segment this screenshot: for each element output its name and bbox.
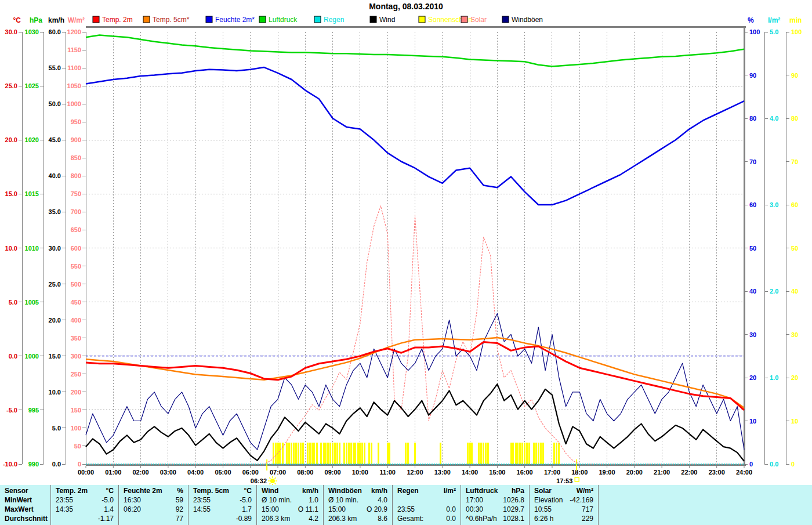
axis-tick-label: 350	[71, 335, 81, 342]
axis-tick-label: 60.0	[49, 28, 61, 35]
grid-lines	[86, 32, 744, 464]
axis-left-kmh: km/h60.055.050.045.040.035.030.025.020.0…	[48, 16, 66, 468]
stats-group-temp-2m: Temp. 2m°C23:55-5.014:351.4-1.17	[51, 485, 119, 525]
stats-group-name: Luftdruck	[461, 486, 498, 495]
axis-tick-label: 2.0	[770, 288, 778, 295]
x-tick-label: 04:00	[187, 469, 204, 476]
stats-group-name: Regen	[393, 486, 419, 495]
stats-windboeen-durchschnitt: 206.3 km8.6	[324, 514, 392, 523]
x-tick-label: 09:00	[325, 469, 341, 476]
axis-right-minutes: min1009080706050403020100	[786, 16, 802, 468]
stats-group-name: Solar	[530, 486, 552, 495]
stats-group-temp-5cm: Temp. 5cm°C23:55-5.014:551.7-0.89	[188, 485, 257, 525]
stats-cell-value: 77	[176, 514, 188, 523]
x-tick-label: 17:00	[544, 469, 560, 476]
axis-tick-label: 600	[71, 245, 81, 252]
axis-tick-label: 5.0	[9, 299, 17, 306]
stats-row-header: MinWert	[0, 495, 50, 505]
stats-group-unit: °C	[106, 486, 118, 495]
stats-cell-label	[393, 495, 397, 505]
stats-group-unit: km/h	[302, 486, 323, 495]
axis-tick-label: 500	[71, 281, 81, 288]
axis-tick-label: 1010	[25, 245, 39, 252]
stats-cell-label: 6:26 h	[530, 514, 553, 523]
stats-group-wind: Windkm/hØ 10 min.1.015:00O 11.1206.3 km4…	[257, 485, 324, 525]
x-tick-label: 10:00	[352, 469, 368, 476]
axis-tick-label: 1015	[25, 190, 39, 197]
axis-tick-label: 35.0	[49, 208, 61, 215]
stats-group-luftdruck: LuftdruckhPa17:001026.800:301029.7^0.6hP…	[461, 485, 530, 525]
axis-tick-label: 950	[71, 118, 81, 125]
stats-cell-label	[119, 514, 124, 523]
stats-group-regen: Regenl/m²23:550.0Gesamt:0.0	[393, 485, 461, 525]
axis-tick-label: 0	[749, 461, 753, 468]
stats-solar-minwert: Elevation-42.169	[530, 495, 598, 505]
x-tick-label: 14:00	[462, 469, 478, 476]
legend-label: Wind	[379, 16, 395, 24]
legend-item-luftdruck: Luftdruck	[259, 16, 298, 24]
stats-cell-value: -5.0	[102, 495, 118, 505]
axis-tick-label: 250	[71, 371, 81, 378]
axis-tick-label: 1005	[25, 299, 39, 306]
stats-group-unit: %	[177, 486, 188, 495]
stats-wind-durchschnitt: 206.3 km4.2	[257, 514, 323, 523]
stats-windboeen-maxwert: 15:00O 20.9	[324, 505, 392, 514]
stats-cell-value: 8.6	[378, 514, 392, 523]
legend-item-windb-en: Windböen	[502, 16, 543, 24]
axis-tick-label: 20.0	[5, 136, 17, 143]
stats-cell-label: 14:55	[188, 505, 211, 514]
legend-item-feuchte-2m: Feuchte 2m*	[206, 16, 255, 24]
stats-row-header-label: MaxWert	[0, 505, 34, 514]
stats-group-header: Temp. 2m°C	[51, 486, 118, 495]
axis-tick-label: 0	[791, 461, 795, 468]
stats-cell-value: 4.0	[378, 495, 392, 505]
x-tick-label: 18:00	[571, 469, 588, 476]
stats-cell-label: ^0.6hPa/h	[461, 514, 497, 523]
chart-legend: Temp. 2mTemp. 5cm*Feuchte 2m*LuftdruckRe…	[93, 16, 543, 24]
legend-swatch-icon	[419, 16, 425, 23]
stats-cell-value: 229	[582, 514, 598, 523]
stats-cell-label: 06:20	[119, 505, 141, 514]
x-tick-label: 19:00	[599, 469, 615, 476]
axis-unit-wm2: W/m²	[68, 16, 85, 24]
axis-tick-label: 70	[791, 158, 798, 165]
axis-tick-label: 1150	[67, 46, 81, 53]
stats-cell-label: Elevation	[530, 495, 563, 505]
stats-temp-2m-minwert: 23:55-5.0	[51, 495, 118, 505]
axis-tick-label: 60	[749, 201, 756, 208]
stats-cell-label: 16:30	[119, 495, 141, 505]
stats-cell-value: 1028.1	[503, 514, 529, 523]
axis-tick-label: 30.0	[49, 245, 61, 252]
legend-item-wind: Wind	[370, 16, 395, 24]
x-tick-label: 06:00	[242, 469, 259, 476]
x-tick-label: 24:00	[736, 469, 752, 476]
stats-cell-label: 206.3 km	[324, 514, 357, 523]
axis-tick-label: 30.0	[5, 28, 17, 35]
x-tick-label: 16:00	[517, 469, 533, 476]
plot-borders	[86, 26, 746, 466]
axis-tick-label: 100	[71, 425, 81, 432]
legend-item-temp-5cm: Temp. 5cm*	[143, 16, 190, 24]
stats-cell-label	[51, 514, 56, 523]
axis-tick-label: 550	[71, 263, 81, 270]
stats-wind-maxwert: 15:00O 11.1	[257, 505, 323, 514]
stats-cell-value: -1.17	[98, 514, 118, 523]
axis-tick-label: 5.0	[52, 425, 61, 432]
stats-group-unit: W/m²	[577, 486, 598, 495]
series-sonnenschein	[273, 443, 560, 464]
axis-tick-label: 15.0	[49, 353, 61, 360]
stats-cell-label: 10:55	[530, 505, 552, 514]
x-tick-label: 00:00	[78, 469, 94, 476]
axis-tick-label: 45.0	[49, 136, 61, 143]
axis-tick-label: 20	[791, 374, 798, 381]
sunrise-sun-icon	[268, 476, 277, 485]
x-tick-label: 23:00	[709, 469, 725, 476]
series-temp2m	[86, 342, 744, 410]
axis-tick-label: 650	[71, 226, 81, 233]
legend-label: Temp. 5cm*	[153, 16, 190, 24]
stats-group-windboeen: Windböenkm/hØ 10 min.4.015:00O 20.9206.3…	[324, 485, 393, 525]
stats-cell-value	[456, 495, 461, 505]
axis-tick-label: 0	[78, 461, 81, 468]
stats-group-name: Temp. 2m	[51, 486, 88, 495]
stats-cell-label: Ø 10 min.	[257, 495, 292, 505]
